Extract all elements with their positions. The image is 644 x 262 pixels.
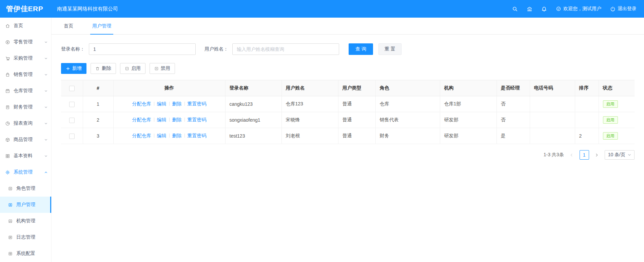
sidebar-item-label: 首页 <box>14 23 23 29</box>
add-button[interactable]: 新增 <box>61 63 86 74</box>
page-number-1[interactable]: 1 <box>580 150 589 160</box>
edit-link[interactable]: 编辑 <box>157 133 167 138</box>
sidebar-item-products[interactable]: 商品管理 <box>0 132 51 148</box>
cell-type: 普通 <box>338 96 375 112</box>
select-all-checkbox[interactable] <box>69 86 75 91</box>
bell-icon[interactable] <box>541 6 547 12</box>
cell-phone <box>530 128 575 144</box>
prev-page-button[interactable] <box>567 150 576 159</box>
sidebar-subitem-logs[interactable]: 日志管理 <box>0 229 51 245</box>
reset-password-link[interactable]: 重置密码 <box>188 133 207 138</box>
filter-bar: 登录名称： 用户姓名： 查 询 重 置 <box>61 43 635 55</box>
edit-link[interactable]: 编辑 <box>157 117 167 122</box>
logout-button[interactable]: 退出登录 <box>610 6 637 12</box>
login-name-label: 登录名称： <box>61 46 85 52</box>
check-square-icon <box>125 66 129 71</box>
cell-org: 仓库1部 <box>440 96 496 112</box>
assign-warehouse-link[interactable]: 分配仓库 <box>132 133 151 138</box>
sidebar-item-warehouse[interactable]: 仓库管理 <box>0 83 51 99</box>
next-page-button[interactable] <box>592 150 601 159</box>
sidebar-subitem-config[interactable]: 系统配置 <box>0 245 51 262</box>
app-logo[interactable]: 管伊佳ERP <box>0 4 52 14</box>
col-sort: 排序 <box>575 80 599 96</box>
chevron-down-icon <box>628 153 631 157</box>
col-name: 用户姓名 <box>281 80 338 96</box>
row-checkbox[interactable] <box>69 134 75 139</box>
disable-button[interactable]: 禁用 <box>150 63 175 74</box>
config-icon <box>8 251 13 256</box>
purchase-icon <box>5 56 10 61</box>
sidebar-subitem-users[interactable]: 用户管理 <box>0 197 51 213</box>
delete-link[interactable]: 删除 <box>172 117 182 122</box>
reset-password-link[interactable]: 重置密码 <box>188 101 207 106</box>
delete-button[interactable]: 删除 <box>91 63 116 74</box>
chevron-down-icon <box>44 73 48 77</box>
divider <box>154 102 154 106</box>
tab-bar: 首页 用户管理 <box>52 18 644 35</box>
sidebar-subitem-organizations[interactable]: 机构管理 <box>0 213 51 229</box>
sidebar-item-label: 仓库管理 <box>14 88 33 94</box>
delete-link[interactable]: 删除 <box>172 101 182 106</box>
edit-link[interactable]: 编辑 <box>157 101 167 106</box>
chevron-down-icon <box>44 122 48 125</box>
cell-login: test123 <box>225 128 281 144</box>
divider <box>154 118 154 122</box>
logout-icon <box>610 6 616 12</box>
page-size-select[interactable]: 10 条/页 <box>605 150 635 160</box>
company-name: 南通某某网络科技有限公司 <box>57 6 118 12</box>
sidebar-item-label: 基本资料 <box>14 153 33 159</box>
sidebar-item-label: 日志管理 <box>16 234 35 240</box>
login-name-input[interactable] <box>89 43 196 55</box>
cell-phone <box>530 112 575 128</box>
sales-icon <box>5 72 10 77</box>
delete-button-label: 删除 <box>102 65 111 72</box>
sidebar-item-label: 商品管理 <box>14 137 33 143</box>
cell-role: 销售代表 <box>375 112 440 128</box>
basic-data-icon <box>5 154 10 159</box>
tab-home[interactable]: 首页 <box>62 18 75 34</box>
sidebar-item-system[interactable]: 系统管理 <box>0 164 51 180</box>
col-role: 角色 <box>375 80 440 96</box>
table-header-row: # 操作 登录名称 用户姓名 用户类型 角色 机构 是否经理 电话号码 排序 状… <box>61 80 635 96</box>
delete-link[interactable]: 删除 <box>172 133 182 138</box>
search-button[interactable]: 查 询 <box>349 43 373 55</box>
reset-button[interactable]: 重 置 <box>378 43 402 55</box>
top-header: 管伊佳ERP 南通某某网络科技有限公司 欢迎您，测试用户 退出登录 <box>0 0 644 18</box>
sidebar-item-sales[interactable]: 销售管理 <box>0 66 51 83</box>
user-name-input[interactable] <box>232 43 339 55</box>
main-content: 首页 用户管理 登录名称： 用户姓名： 查 询 重 置 新增 删除 启用 <box>52 18 644 262</box>
table-row: 1 分配仓库编辑删除重置密码 cangku123 仓库123 普通 仓库 仓库1… <box>61 96 635 112</box>
user-welcome[interactable]: 欢迎您，测试用户 <box>556 6 601 12</box>
row-checkbox[interactable] <box>69 118 75 123</box>
enable-button[interactable]: 启用 <box>120 63 145 74</box>
chevron-left-icon <box>570 153 573 157</box>
assign-warehouse-link[interactable]: 分配仓库 <box>132 117 151 122</box>
disable-button-label: 禁用 <box>161 65 170 72</box>
cell-status: 启用 <box>599 112 635 128</box>
cell-actions: 分配仓库编辑删除重置密码 <box>113 96 225 112</box>
cell-status: 启用 <box>599 96 635 112</box>
user-name-label: 用户姓名： <box>204 46 228 52</box>
reset-password-link[interactable]: 重置密码 <box>188 117 207 122</box>
status-badge: 启用 <box>603 116 618 124</box>
tab-user-management[interactable]: 用户管理 <box>90 18 113 34</box>
user-table: # 操作 登录名称 用户姓名 用户类型 角色 机构 是否经理 电话号码 排序 状… <box>61 80 635 144</box>
sidebar-item-label: 销售管理 <box>14 72 33 78</box>
tab-label: 首页 <box>64 23 73 29</box>
assign-warehouse-link[interactable]: 分配仓库 <box>132 101 151 106</box>
sidebar-subitem-roles[interactable]: 角色管理 <box>0 180 51 197</box>
sidebar-item-retail[interactable]: 零售管理 <box>0 34 51 50</box>
sidebar-item-home[interactable]: 首页 <box>0 18 51 34</box>
col-status: 状态 <box>599 80 635 96</box>
table-toolbar: 新增 删除 启用 禁用 <box>61 63 635 74</box>
cell-manager: 否 <box>496 96 530 112</box>
home-nav-icon[interactable] <box>527 6 532 12</box>
search-icon[interactable] <box>512 6 518 12</box>
row-checkbox[interactable] <box>69 102 75 107</box>
sidebar-item-purchase[interactable]: 采购管理 <box>0 50 51 66</box>
sidebar-item-finance[interactable]: 财务管理 <box>0 99 51 115</box>
retail-icon <box>5 40 10 45</box>
sidebar-item-basic-data[interactable]: 基本资料 <box>0 148 51 164</box>
sidebar-item-reports[interactable]: 报表查询 <box>0 115 51 132</box>
cell-name: 宋晓锋 <box>281 112 338 128</box>
